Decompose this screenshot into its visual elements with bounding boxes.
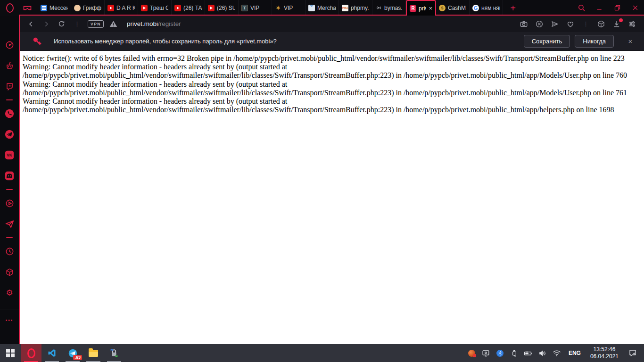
taskbar-clock[interactable]: 13:52:46 06.04.2021 (586, 346, 622, 360)
picture-icon: T (241, 5, 248, 11)
tab-tae[interactable]: (26) ТАЕ (172, 0, 205, 16)
tab-sup[interactable]: (26) SUP (205, 0, 239, 16)
downloads-icon[interactable] (612, 20, 621, 28)
snapshot-camera-icon[interactable] (520, 20, 528, 28)
tab-label: phpmy. (351, 5, 369, 11)
language-indicator[interactable]: ENG (565, 350, 585, 356)
clock-date: 06.04.2021 (590, 353, 619, 360)
familyguy-icon (74, 5, 81, 11)
sidebar-divider (6, 99, 13, 100)
cleaner-broom-icon[interactable] (0, 55, 19, 76)
tab-nyam[interactable]: G ням ням (470, 0, 503, 16)
discord-icon[interactable] (0, 165, 19, 186)
opera-menu-button[interactable] (4, 2, 16, 14)
clock-time: 13:52:46 (594, 346, 616, 353)
volume-icon[interactable] (537, 344, 549, 362)
download-badge (619, 18, 623, 22)
tab-label: ням ням (481, 5, 500, 11)
address-bar: ⋮ VPN privet.mobi/register (20, 16, 644, 32)
twitch-icon[interactable] (0, 76, 19, 97)
battery-icon[interactable] (522, 344, 535, 362)
url-path: /register (158, 20, 181, 27)
tab-bymas[interactable]: bymas.r (372, 0, 406, 16)
sidebar-divider (6, 237, 13, 238)
taskbar-explorer[interactable] (83, 344, 104, 362)
wifi-icon[interactable] (551, 344, 563, 362)
display-settings-icon[interactable] (480, 344, 492, 362)
whatsapp-icon[interactable] (0, 103, 19, 124)
speedometer-icon[interactable] (0, 34, 19, 55)
web-page-content: Notice: fwrite(): write of 6 bytes faile… (20, 51, 644, 344)
start-button[interactable] (0, 344, 21, 362)
vk-icon[interactable]: VK (0, 145, 19, 165)
lock-transfer-icon (109, 348, 119, 358)
taskbar-opera-gx[interactable] (21, 344, 41, 362)
telegram-badge: .63 (73, 355, 82, 360)
folder-icon (89, 350, 98, 357)
taskbar-vscode[interactable] (41, 344, 62, 362)
save-password-button[interactable]: Сохранить (524, 35, 570, 48)
youtube-icon (208, 5, 215, 11)
bookmark-heart-icon[interactable] (566, 20, 575, 28)
google-icon: G (472, 5, 479, 11)
tab-vip-2[interactable]: ✶ VIP (272, 0, 305, 16)
action-center-icon[interactable] (624, 344, 641, 362)
tab-dark[interactable]: D A R K (105, 0, 138, 16)
vpn-badge[interactable]: VPN (88, 20, 104, 28)
player-icon[interactable] (0, 193, 19, 214)
taskbar-telegram[interactable]: .63 (62, 344, 83, 362)
tab-label: D A R K (116, 5, 135, 11)
history-clock-icon[interactable] (0, 241, 19, 262)
address-divider-dots: ⋮ (583, 20, 589, 27)
tab-search-icon[interactable] (572, 0, 590, 16)
bluetooth-icon[interactable] (494, 344, 506, 362)
sidebar-divider (6, 189, 13, 190)
sidebar-separator (0, 310, 19, 310)
tab-close-icon[interactable]: × (429, 5, 432, 11)
tab-phpmyadmin[interactable]: PMA phpmy. (339, 0, 372, 16)
privet-icon: R (410, 5, 416, 12)
dismiss-bar-icon[interactable]: × (625, 37, 636, 45)
back-icon[interactable] (27, 20, 35, 28)
gx-corner-icon[interactable] (22, 2, 33, 14)
easy-setup-sliders-icon[interactable] (628, 20, 636, 28)
tab-vip-1[interactable]: T VIP (239, 0, 272, 16)
tab-label: VIP (250, 5, 259, 11)
taskbar-ftp-client[interactable] (104, 344, 124, 362)
never-save-button[interactable]: Никогда (575, 35, 614, 48)
window-controls (572, 0, 644, 16)
gold-lion-icon: ✶ (275, 5, 281, 11)
telegram-icon[interactable] (0, 124, 19, 145)
my-flow-send-icon[interactable] (551, 20, 559, 28)
tab-label: Mercha (317, 5, 336, 11)
sidebar-more-icon[interactable]: ••• (6, 318, 14, 323)
php-error-text: Notice: fwrite(): write of 6 bytes faile… (20, 51, 644, 114)
gx-tray-icon[interactable] (466, 344, 478, 362)
key-icon (32, 36, 42, 47)
extensions-cube-icon[interactable] (0, 262, 19, 282)
phpmyadmin-icon: PMA (342, 5, 348, 11)
radio-icon (375, 5, 382, 11)
insecure-warning-icon[interactable] (109, 20, 117, 28)
tab-tresh[interactable]: Треш О (138, 0, 172, 16)
adblock-icon[interactable] (535, 20, 544, 28)
url-field[interactable]: privet.mobi/register (127, 20, 181, 27)
tab-messenger[interactable]: Мессенд (38, 0, 71, 16)
settings-gear-icon[interactable]: ⚙ (0, 282, 19, 303)
messenger-icon (41, 5, 47, 11)
tab-griffin[interactable]: Гриффи (71, 0, 105, 16)
nav-more-icon[interactable]: ⋮ (74, 20, 80, 27)
sidebar-cube-icon[interactable] (597, 20, 605, 28)
youtube-icon (174, 5, 181, 11)
tab-cashma[interactable]: $ CashMa (436, 0, 470, 16)
restore-button[interactable] (608, 0, 626, 16)
flow-paper-plane-icon[interactable] (0, 214, 19, 234)
usb-icon[interactable] (508, 344, 520, 362)
reload-icon[interactable] (58, 20, 66, 28)
tab-merchant[interactable]: Mercha (305, 0, 339, 16)
minimize-button[interactable] (590, 0, 608, 16)
new-tab-button[interactable]: + (508, 3, 518, 13)
close-window-button[interactable] (626, 0, 644, 16)
tab-privet-active[interactable]: R prive × (406, 0, 436, 16)
forward-icon[interactable] (42, 20, 50, 28)
